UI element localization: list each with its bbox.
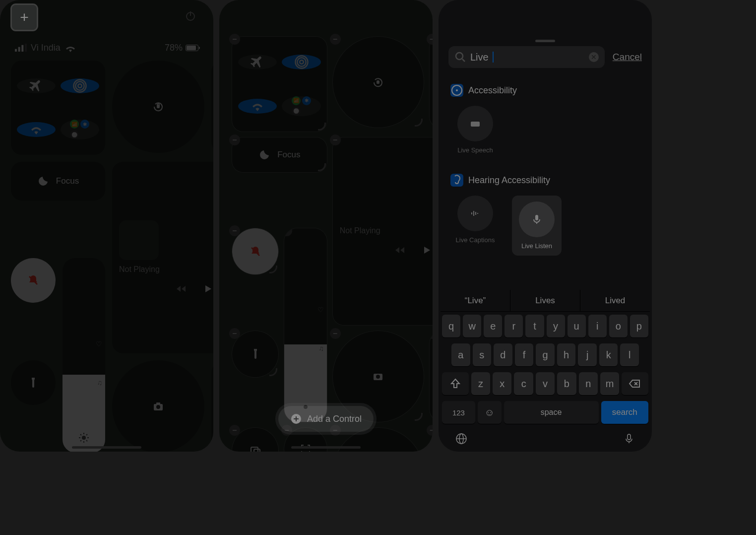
add-a-control-button[interactable]: Add a Control: [278, 406, 374, 432]
volume-slider[interactable]: Aᴀ: [211, 360, 213, 452]
camera-icon[interactable]: [112, 360, 204, 452]
screen-mirror-icon[interactable]: [232, 428, 278, 452]
key-g[interactable]: g: [536, 343, 555, 366]
remove-icon[interactable]: [427, 34, 433, 45]
key-y[interactable]: y: [547, 315, 565, 337]
key-j[interactable]: j: [578, 343, 597, 366]
apple-tv-remote-icon[interactable]: [430, 428, 433, 452]
brightness-slider[interactable]: ♡ ♫: [63, 258, 105, 452]
shift-key[interactable]: [442, 372, 469, 395]
connectivity-tile[interactable]: 📶 ✱ ⚪: [11, 61, 105, 155]
home-indicator[interactable]: [291, 446, 361, 449]
wifi-toggle-icon[interactable]: [17, 122, 56, 137]
focus-tile[interactable]: Focus: [11, 162, 105, 201]
remove-icon[interactable]: [427, 425, 433, 436]
rewind-icon[interactable]: [394, 244, 406, 256]
remove-icon[interactable]: [330, 328, 341, 339]
dictate-icon[interactable]: [623, 433, 635, 445]
emoji-key[interactable]: ☺: [478, 401, 502, 424]
key-x[interactable]: x: [493, 372, 511, 395]
clear-icon[interactable]: ✕: [589, 52, 599, 62]
resize-handle-icon[interactable]: [318, 123, 326, 131]
add-control-button[interactable]: +: [12, 5, 37, 30]
key-q[interactable]: q: [442, 315, 460, 337]
control-live-listen[interactable]: Live Listen: [512, 196, 562, 256]
space-key[interactable]: space: [504, 401, 599, 424]
key-z[interactable]: z: [471, 372, 490, 395]
resize-handle-icon[interactable]: [269, 266, 277, 273]
home-indicator[interactable]: [72, 446, 141, 449]
key-h[interactable]: h: [557, 343, 576, 366]
resize-handle-icon[interactable]: [269, 368, 277, 376]
numbers-key[interactable]: 123: [442, 401, 475, 424]
silent-toggle[interactable]: [11, 258, 56, 303]
key-b[interactable]: b: [557, 372, 576, 395]
key-k[interactable]: k: [599, 343, 618, 366]
media-tile[interactable]: Not Playing: [333, 137, 433, 325]
control-live-speech[interactable]: Live Speech: [450, 106, 500, 154]
control-live-captions[interactable]: Live Captions: [450, 196, 500, 256]
key-w[interactable]: w: [463, 315, 481, 337]
key-d[interactable]: d: [494, 343, 512, 366]
key-e[interactable]: e: [484, 315, 502, 337]
media-tile[interactable]: Not Playing: [112, 162, 213, 353]
suggestion-1[interactable]: “Live”: [441, 290, 510, 311]
search-input[interactable]: Live ✕: [448, 46, 605, 68]
focus-tile[interactable]: Focus: [232, 137, 327, 172]
suggestion-3[interactable]: Lived: [580, 290, 650, 311]
key-a[interactable]: a: [451, 343, 470, 366]
resize-handle-icon[interactable]: [415, 413, 423, 421]
power-icon[interactable]: [185, 10, 198, 24]
key-c[interactable]: c: [514, 372, 533, 395]
remove-icon[interactable]: [284, 228, 292, 236]
silent-toggle[interactable]: [232, 228, 278, 274]
airdrop-icon[interactable]: [61, 78, 99, 93]
cell-bt-icons[interactable]: 📶 ✱ ⚪: [61, 120, 99, 139]
wifi-toggle-icon[interactable]: [238, 99, 277, 114]
search-key[interactable]: search: [601, 401, 648, 424]
key-v[interactable]: v: [536, 372, 555, 395]
key-f[interactable]: f: [515, 343, 534, 366]
remove-icon[interactable]: [430, 331, 433, 339]
airplane-icon[interactable]: [17, 78, 56, 93]
cell-bt-icons[interactable]: 📶 ✱ ⚪: [282, 96, 320, 116]
airplane-icon[interactable]: [238, 55, 277, 69]
key-n[interactable]: n: [579, 372, 598, 395]
key-r[interactable]: r: [504, 315, 523, 337]
connectivity-tile[interactable]: 📶 ✱ ⚪: [232, 37, 327, 132]
remove-icon[interactable]: [229, 34, 240, 45]
flashlight-icon[interactable]: [232, 331, 278, 377]
flashlight-icon[interactable]: [11, 360, 56, 405]
key-u[interactable]: u: [567, 315, 586, 337]
play-icon[interactable]: [421, 244, 433, 256]
key-i[interactable]: i: [588, 315, 607, 337]
remove-icon[interactable]: [330, 134, 341, 145]
rewind-icon[interactable]: [175, 283, 187, 295]
remove-icon[interactable]: [229, 134, 240, 145]
orientation-lock-icon[interactable]: [333, 37, 424, 128]
resize-handle-icon[interactable]: [415, 119, 423, 127]
brightness-slider[interactable]: ♡ ♫: [284, 228, 327, 422]
globe-icon[interactable]: [455, 433, 467, 445]
cancel-button[interactable]: Cancel: [613, 52, 642, 63]
resize-handle-icon[interactable]: [318, 163, 326, 171]
key-s[interactable]: s: [473, 343, 492, 366]
volume-slider[interactable]: [430, 331, 433, 422]
key-m[interactable]: m: [600, 372, 619, 395]
play-icon[interactable]: [202, 283, 213, 295]
orientation-lock-icon[interactable]: [112, 61, 204, 153]
remove-icon[interactable]: [330, 34, 341, 45]
battery-tile-icon[interactable]: [430, 37, 433, 128]
sheet-handle[interactable]: [535, 40, 555, 42]
remove-icon[interactable]: [229, 425, 240, 436]
key-t[interactable]: t: [525, 315, 544, 337]
delete-key[interactable]: [622, 372, 648, 395]
battery-tile-icon[interactable]: [211, 61, 213, 153]
remove-icon[interactable]: [229, 328, 240, 339]
key-o[interactable]: o: [609, 315, 628, 337]
key-l[interactable]: l: [620, 343, 639, 366]
remove-icon[interactable]: [229, 225, 240, 236]
key-p[interactable]: p: [630, 315, 648, 337]
suggestion-2[interactable]: Lives: [510, 290, 580, 311]
airdrop-icon[interactable]: [282, 55, 320, 69]
